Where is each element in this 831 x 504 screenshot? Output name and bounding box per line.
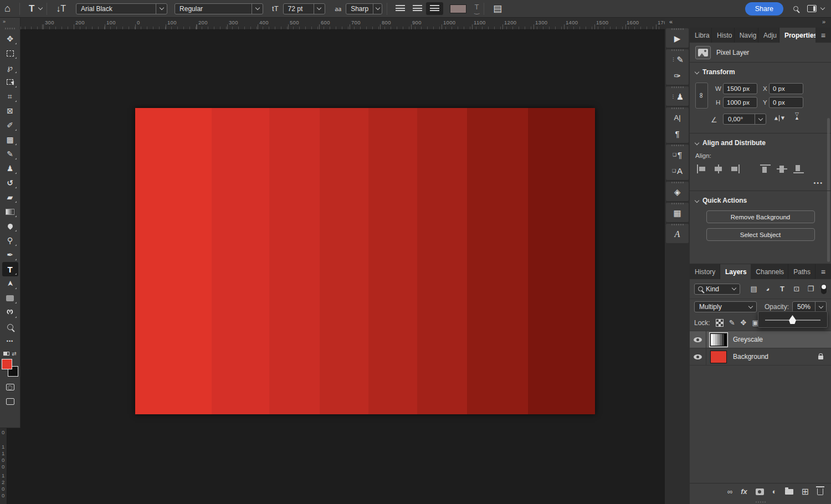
lock-paint-icon[interactable]: ✎	[729, 318, 735, 327]
layer-row-greyscale[interactable]: Greyscale	[690, 331, 831, 348]
eyedropper-tool[interactable]: ✐	[2, 118, 18, 132]
align-center-button[interactable]	[409, 2, 426, 15]
panel-menu-icon[interactable]: ≡	[815, 264, 831, 279]
toolbar-collapse-icon[interactable]: »	[0, 18, 20, 26]
section-collapse-icon[interactable]	[695, 140, 699, 145]
text-color-swatch[interactable]	[450, 4, 466, 13]
lasso-tool[interactable]: ℘	[2, 60, 18, 75]
patterns-panel-button[interactable]: ▦	[666, 205, 689, 221]
hand-tool[interactable]: ω	[2, 305, 18, 320]
pen-tool[interactable]: ✒	[2, 248, 18, 262]
tab-layers[interactable]: Layers	[720, 264, 751, 279]
align-horizontal-centers-icon[interactable]	[713, 164, 724, 173]
panel-menu-icon[interactable]: ≡	[815, 28, 831, 43]
tab-adjustments[interactable]: Adju	[758, 28, 779, 43]
filter-toggle[interactable]	[821, 284, 827, 294]
dock-grip[interactable]	[671, 86, 684, 88]
tab-channels[interactable]: Channels	[751, 264, 788, 279]
chevron-down-icon[interactable]	[38, 6, 43, 10]
visibility-toggle[interactable]	[690, 348, 706, 365]
filter-kind-select[interactable]: Kind	[694, 284, 740, 295]
new-layer-button[interactable]: ⊞	[802, 486, 809, 497]
font-style-select[interactable]: Regular	[175, 3, 263, 14]
add-mask-button[interactable]	[756, 488, 764, 495]
align-top-edges-icon[interactable]	[760, 164, 771, 173]
character-styles-panel-button[interactable]: ❏A	[666, 163, 689, 179]
layer-style-button[interactable]: fx	[741, 487, 747, 496]
share-button[interactable]: Share	[745, 2, 783, 16]
tab-paths[interactable]: Paths	[788, 264, 815, 279]
brush-tool[interactable]: ✎	[2, 147, 18, 161]
tab-navigator[interactable]: Navig	[735, 28, 758, 43]
align-left-button[interactable]	[392, 2, 409, 15]
toggle-panels-icon[interactable]: ▤	[489, 3, 506, 14]
align-right-edges-icon[interactable]	[730, 164, 740, 173]
anti-alias-select[interactable]: Sharp	[346, 3, 382, 14]
search-icon[interactable]	[789, 6, 803, 11]
link-dimensions-button[interactable]: ∞	[695, 83, 708, 109]
edit-toolbar[interactable]: •••	[2, 334, 18, 348]
x-field[interactable]: 0 px	[769, 83, 803, 94]
dock-grip[interactable]	[671, 107, 684, 109]
dock-grip[interactable]	[671, 145, 684, 146]
clone-stamp-tool[interactable]: ♟	[2, 161, 18, 176]
filter-smart-object-icon[interactable]: ❐	[806, 285, 815, 293]
zoom-tool[interactable]	[2, 320, 18, 334]
default-colors-icon[interactable]	[3, 351, 9, 357]
text-orientation-icon[interactable]: ↓T	[52, 4, 70, 14]
align-left-edges-icon[interactable]	[696, 164, 707, 173]
actions-panel-button[interactable]: ▶	[666, 30, 689, 47]
flip-horizontal-button[interactable]: ▶◀	[774, 115, 784, 121]
tab-history[interactable]: History	[690, 264, 720, 279]
layer-row-background[interactable]: Background	[690, 348, 831, 366]
filter-adjustment-icon[interactable]: ◑	[763, 285, 773, 293]
layer-thumbnail[interactable]	[710, 351, 727, 363]
filter-frame-icon[interactable]: ⊡	[792, 285, 802, 293]
move-tool[interactable]: ✥	[2, 32, 18, 46]
remove-background-button[interactable]: Remove Background	[706, 210, 815, 223]
width-field[interactable]: 1500 px	[723, 83, 757, 94]
select-subject-button[interactable]: Select Subject	[706, 228, 815, 241]
chevron-down-icon[interactable]	[820, 6, 825, 10]
panel-resize-grip[interactable]	[690, 500, 831, 504]
paragraph-panel-button[interactable]: ¶	[666, 126, 689, 142]
workspace-icon[interactable]	[803, 5, 821, 12]
flip-vertical-button[interactable]: ▽▲	[794, 112, 799, 120]
dock-grip[interactable]	[671, 49, 684, 51]
dock-grip[interactable]	[671, 28, 684, 30]
align-bottom-edges-icon[interactable]	[793, 164, 804, 173]
quick-mask-button[interactable]	[2, 380, 18, 394]
healing-brush-tool[interactable]: ▩	[2, 132, 18, 147]
visibility-toggle[interactable]	[690, 331, 706, 348]
align-right-button[interactable]	[426, 2, 443, 15]
height-field[interactable]: 1000 px	[723, 97, 757, 108]
dock-grip[interactable]	[671, 224, 684, 225]
tab-libraries[interactable]: Libra	[690, 28, 712, 43]
y-field[interactable]: 0 px	[769, 97, 803, 108]
eraser-tool[interactable]: ▰	[2, 190, 18, 204]
opacity-select[interactable]: 50%	[792, 301, 827, 312]
new-group-button[interactable]	[785, 489, 793, 495]
crop-tool[interactable]: ⌗	[2, 89, 18, 104]
lock-transparency-icon[interactable]	[716, 319, 724, 327]
blur-tool[interactable]	[2, 219, 18, 233]
panel-expand-icon[interactable]: »	[690, 18, 831, 28]
3d-panel-button[interactable]: ◈	[666, 184, 689, 200]
screen-mode-button[interactable]	[2, 394, 18, 409]
filter-image-icon[interactable]: ▤	[749, 285, 759, 293]
document-canvas[interactable]	[135, 108, 595, 414]
object-selection-tool[interactable]	[2, 75, 18, 89]
home-icon[interactable]: ⌂	[0, 3, 15, 14]
foreground-color-swatch[interactable]	[2, 359, 12, 369]
type-tool[interactable]: T	[2, 262, 18, 276]
history-brush-tool[interactable]: ↺	[2, 176, 18, 190]
clone-source-panel-button[interactable]: ⋮♟	[666, 89, 689, 105]
delete-layer-button[interactable]	[817, 488, 823, 495]
type-tool-preset-icon[interactable]: T	[24, 3, 39, 14]
path-selection-tool[interactable]: ➤	[2, 276, 18, 291]
brush-settings-panel-button[interactable]: ⋮✎	[666, 52, 689, 68]
swap-colors-icon[interactable]: ⇄	[12, 351, 16, 357]
align-more-button[interactable]: •••	[813, 179, 823, 186]
font-family-select[interactable]: Arial Black	[76, 3, 167, 14]
glyphs-panel-button[interactable]: A	[666, 226, 689, 242]
